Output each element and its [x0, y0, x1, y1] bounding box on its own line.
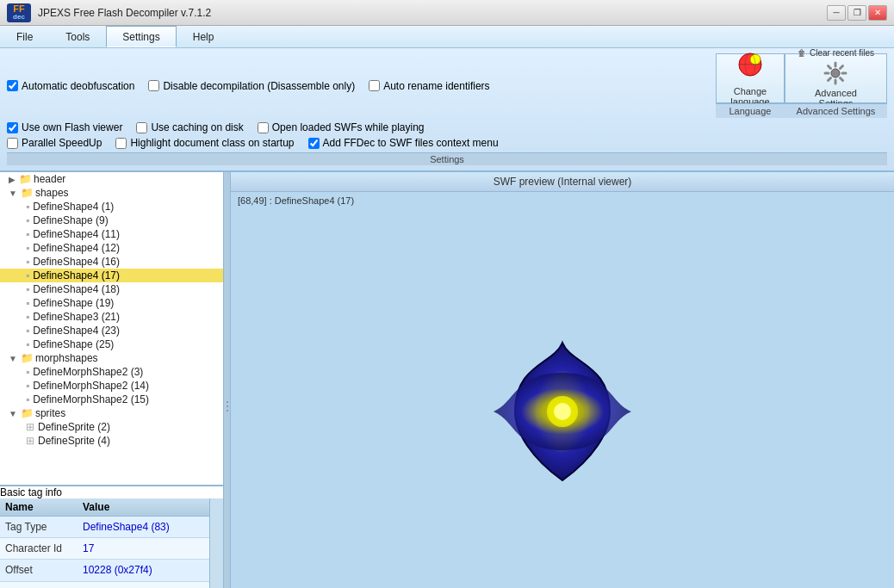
divider-dot — [227, 405, 228, 407]
tree-item-ds11[interactable]: ▪ DefineShape4 (11) — [0, 227, 223, 241]
tree-item-ds16[interactable]: ▪ DefineShape4 (16) — [0, 255, 223, 269]
checkbox-disable-decompile-label: Disable decompilation (Disassemble only) — [163, 80, 355, 92]
content-area: ▶ 📁 header ▼ 📁 shapes ▪ DefineShape4 (1) — [0, 172, 894, 588]
tree-label-header: header — [34, 173, 65, 185]
checkbox-open-loaded-input[interactable] — [258, 122, 269, 133]
tree-item-sprite4[interactable]: ⊞ DefineSprite (4) — [0, 434, 223, 448]
tag-info-scrollbar[interactable] — [209, 498, 223, 588]
checkbox-auto-rename-label: Auto rename identifiers — [383, 80, 489, 92]
menu-help[interactable]: Help — [177, 26, 231, 47]
table-row-length[interactable]: Length 192 (0xc0) — [0, 581, 209, 588]
vertical-divider[interactable] — [224, 172, 231, 588]
checkbox-caching-label: Use caching on disk — [151, 121, 243, 133]
tree-item-sprites[interactable]: ▼ 📁 sprites — [0, 406, 223, 420]
title-bar: FF dec JPEXS Free Flash Decompiler v.7.1… — [0, 0, 894, 26]
checkbox-open-loaded[interactable]: Open loaded SWFs while playing — [258, 121, 425, 133]
cell-offset-value: 10228 (0x27f4) — [78, 560, 209, 581]
tree-label-ds11: DefineShape4 (11) — [33, 228, 120, 240]
toolbar-row-2: Use own Flash viewer Use caching on disk… — [7, 121, 887, 133]
restore-button[interactable]: ❐ — [847, 5, 866, 21]
change-language-button[interactable]: Changelanguage — [716, 53, 785, 103]
menu-bar: File Tools Settings Help — [0, 26, 894, 48]
checkbox-auto-rename[interactable]: Auto rename identifiers — [369, 80, 489, 92]
tree-item-sprite2[interactable]: ⊞ DefineSprite (2) — [0, 420, 223, 434]
file-icon-dms3: ▪ — [26, 366, 29, 378]
file-icon-ds17: ▪ — [26, 269, 29, 282]
toolbar-row-3: Parallel SpeedUp Highlight document clas… — [7, 137, 887, 149]
tag-info-panel: Basic tag info Name Value Tag Type — [0, 485, 223, 588]
cell-tagtype-name: Tag Type — [0, 517, 78, 538]
checkbox-disable-decompile[interactable]: Disable decompilation (Disassemble only) — [148, 80, 355, 92]
advanced-settings-button[interactable]: 🗑 Clear recent files — [785, 53, 887, 103]
checkbox-caching-input[interactable] — [136, 122, 147, 133]
tree-label-ds1: DefineShape4 (1) — [33, 201, 114, 213]
checkbox-parallel[interactable]: Parallel SpeedUp — [7, 137, 102, 149]
tree-item-ds12[interactable]: ▪ DefineShape4 (12) — [0, 241, 223, 255]
cell-length-name: Length — [0, 581, 78, 588]
checkbox-highlight-label: Highlight document class on startup — [130, 137, 294, 149]
close-button[interactable]: ✕ — [868, 5, 887, 21]
table-row-offset[interactable]: Offset 10228 (0x27f4) — [0, 560, 209, 581]
advanced-settings-section-label: Advanced Settings — [785, 103, 887, 118]
expand-icon-shapes: ▼ — [9, 189, 17, 198]
checkbox-auto-deobf[interactable]: Automatic deobfuscation — [7, 80, 134, 92]
file-icon-dms14: ▪ — [26, 380, 29, 392]
split-area: ▶ 📁 header ▼ 📁 shapes ▪ DefineShape4 (1) — [0, 172, 894, 588]
checkbox-disable-decompile-input[interactable] — [148, 80, 159, 91]
tree-item-dms15[interactable]: ▪ DefineMorphShape2 (15) — [0, 393, 223, 406]
globe-icon — [736, 51, 764, 84]
file-tree[interactable]: ▶ 📁 header ▼ 📁 shapes ▪ DefineShape4 (1) — [0, 172, 223, 485]
tree-item-ds18[interactable]: ▪ DefineShape4 (18) — [0, 282, 223, 296]
checkbox-own-flash-input[interactable] — [7, 122, 18, 133]
tree-label-ds17: DefineShape4 (17) — [33, 269, 120, 282]
checkbox-parallel-input[interactable] — [7, 138, 18, 149]
clear-recent-label-icon: 🗑 — [798, 48, 806, 58]
table-row-tagtype[interactable]: Tag Type DefineShape4 (83) — [0, 517, 209, 538]
svg-line-11 — [841, 66, 843, 69]
checkbox-auto-deobf-input[interactable] — [7, 80, 18, 91]
checkbox-caching[interactable]: Use caching on disk — [136, 121, 243, 133]
file-icon-ds19: ▪ — [26, 297, 29, 309]
minimize-button[interactable]: ─ — [827, 5, 846, 21]
tree-item-ds1[interactable]: ▪ DefineShape4 (1) — [0, 200, 223, 214]
clear-recent-text: Clear recent files — [810, 48, 874, 58]
checkbox-own-flash[interactable]: Use own Flash viewer — [7, 121, 122, 133]
menu-settings[interactable]: Settings — [106, 26, 176, 47]
checkbox-add-ffdec[interactable]: Add FFDec to SWF files context menu — [308, 137, 499, 149]
tree-label-morph: morphshapes — [35, 352, 98, 364]
tree-item-ds23[interactable]: ▪ DefineShape4 (23) — [0, 324, 223, 337]
tree-item-ds19[interactable]: ▪ DefineShape (19) — [0, 296, 223, 310]
cell-offset-name: Offset — [0, 560, 78, 581]
table-row-charid[interactable]: Character Id 17 — [0, 538, 209, 560]
col-name: Name — [0, 498, 78, 517]
tree-label-dms15: DefineMorphShape2 (15) — [33, 393, 149, 405]
menu-tools[interactable]: Tools — [49, 26, 106, 47]
window-controls: ─ ❐ ✕ — [827, 5, 887, 21]
checkbox-highlight[interactable]: Highlight document class on startup — [115, 137, 294, 149]
menu-file[interactable]: File — [0, 26, 49, 47]
checkbox-add-ffdec-label: Add FFDec to SWF files context menu — [323, 137, 499, 149]
divider-dot — [227, 401, 228, 403]
settings-section-label: Settings — [7, 153, 887, 165]
preview-panel: SWF preview (Internal viewer) [68,49] : … — [231, 172, 894, 588]
checkbox-highlight-input[interactable] — [115, 138, 127, 149]
tree-label-ds25: DefineShape (25) — [33, 338, 114, 350]
folder-icon-shapes: 📁 — [21, 187, 34, 199]
toolbar: Automatic deobfuscation Disable decompil… — [0, 48, 894, 172]
tree-item-ds21[interactable]: ▪ DefineShape3 (21) — [0, 310, 223, 324]
checkbox-auto-rename-input[interactable] — [369, 80, 380, 91]
tree-item-ds25[interactable]: ▪ DefineShape (25) — [0, 337, 223, 351]
tree-item-dms3[interactable]: ▪ DefineMorphShape2 (3) — [0, 365, 223, 379]
tree-item-shapes[interactable]: ▼ 📁 shapes — [0, 186, 223, 200]
tree-item-ds17[interactable]: ▪ DefineShape4 (17) — [0, 269, 223, 282]
checkbox-add-ffdec-input[interactable] — [308, 138, 320, 149]
file-icon-sprite4: ⊞ — [26, 435, 34, 447]
tree-item-header[interactable]: ▶ 📁 header — [0, 172, 223, 186]
svg-line-10 — [841, 78, 843, 81]
cell-length-value: 192 (0xc0) — [78, 581, 209, 588]
tree-item-dms14[interactable]: ▪ DefineMorphShape2 (14) — [0, 379, 223, 393]
toolbar-buttons-right: Changelanguage Language 🗑 Clear recent f… — [716, 53, 887, 118]
tree-label-sprite2: DefineSprite (2) — [38, 421, 110, 433]
tree-item-ds9[interactable]: ▪ DefineShape (9) — [0, 214, 223, 227]
tree-item-morphshapes[interactable]: ▼ 📁 morphshapes — [0, 351, 223, 365]
